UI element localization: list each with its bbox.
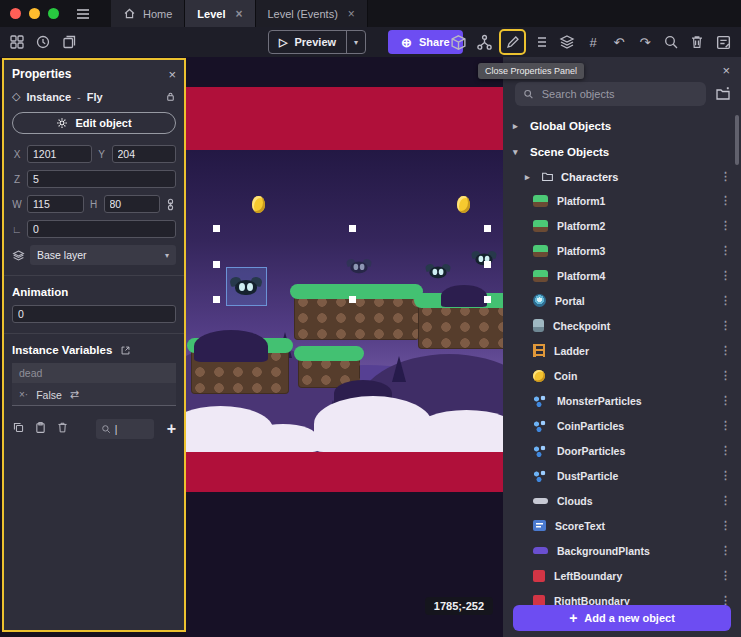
objects-list-button[interactable] — [530, 31, 552, 53]
add-variable-button[interactable]: + — [167, 421, 176, 437]
object-list-item[interactable]: MonsterParticles ⋮ — [503, 388, 741, 413]
redo-button[interactable]: ↷ — [634, 31, 656, 53]
delete-variable-button[interactable] — [56, 420, 69, 438]
open-variables-editor-button[interactable] — [120, 345, 131, 356]
object-menu-button[interactable]: ⋮ — [720, 469, 731, 482]
panel-scrollbar[interactable] — [735, 115, 739, 165]
lock-aspect-ratio-button[interactable] — [165, 198, 176, 211]
object-search-box[interactable] — [515, 82, 706, 106]
tab-level[interactable]: Level × — [185, 0, 255, 27]
close-objects-panel-icon[interactable]: × — [722, 64, 730, 77]
object-list-item[interactable]: Platform3 ⋮ — [503, 238, 741, 263]
object-list-item[interactable]: BackgroundPlants ⋮ — [503, 538, 741, 563]
z-input[interactable] — [27, 170, 176, 188]
object-menu-button[interactable]: ⋮ — [720, 569, 731, 582]
object-menu-button[interactable]: ⋮ — [720, 244, 731, 257]
tab-home[interactable]: Home — [111, 0, 185, 27]
object-menu-button[interactable]: ⋮ — [720, 444, 731, 457]
object-list-item[interactable]: Platform1 ⋮ — [503, 188, 741, 213]
object-menu-button[interactable]: ⋮ — [720, 294, 731, 307]
variable-value[interactable]: False — [36, 389, 62, 401]
object-menu-button[interactable]: ⋮ — [720, 269, 731, 282]
object-search-input[interactable] — [542, 88, 698, 100]
toggle-3d-view-button[interactable] — [447, 31, 469, 53]
variable-row[interactable]: dead ×· False ⇄ — [12, 363, 176, 406]
object-menu-button[interactable]: ⋮ — [720, 394, 731, 407]
resize-handle[interactable] — [349, 225, 356, 232]
object-list-item[interactable]: Platform2 ⋮ — [503, 213, 741, 238]
variable-name[interactable]: dead — [12, 363, 176, 383]
tab-close-icon[interactable]: × — [235, 7, 242, 21]
layers-panel-button[interactable] — [556, 31, 578, 53]
layer-select[interactable]: Base layer ▾ — [30, 245, 176, 265]
object-menu-button[interactable]: ⋮ — [720, 344, 731, 357]
object-menu-button[interactable]: ⋮ — [720, 219, 731, 232]
toggle-panels-button[interactable] — [6, 31, 28, 53]
object-list-item[interactable]: Coin ⋮ — [503, 363, 741, 388]
manual-button[interactable] — [58, 31, 80, 53]
resize-handle[interactable] — [484, 261, 491, 268]
height-input[interactable] — [104, 195, 161, 213]
object-list-item[interactable]: ScoreText ⋮ — [503, 513, 741, 538]
zoom-button[interactable] — [660, 31, 682, 53]
resize-handle[interactable] — [349, 296, 356, 303]
object-menu-button[interactable]: ⋮ — [720, 369, 731, 382]
preview-dropdown-button[interactable]: ▾ — [346, 31, 365, 53]
object-list-item[interactable]: DoorParticles ⋮ — [503, 438, 741, 463]
object-list-item[interactable]: Checkpoint ⋮ — [503, 313, 741, 338]
group-scene-objects[interactable]: ▾ Scene Objects — [503, 139, 741, 165]
edit-object-button[interactable]: Edit object — [12, 112, 176, 134]
object-menu-button[interactable]: ⋮ — [720, 194, 731, 207]
resize-handle[interactable] — [484, 296, 491, 303]
object-menu-button[interactable]: ⋮ — [720, 170, 731, 183]
platform-instance[interactable] — [418, 301, 503, 349]
selected-instance-box[interactable] — [226, 267, 267, 306]
paste-variable-button[interactable] — [34, 420, 47, 438]
object-list-item[interactable]: Platform4 ⋮ — [503, 263, 741, 288]
toggle-boolean-icon[interactable]: ⇄ — [70, 388, 79, 401]
scene-canvas[interactable]: 1785;-252 — [186, 57, 503, 637]
fullscreen-window-button[interactable] — [48, 8, 59, 19]
y-input[interactable] — [112, 145, 177, 163]
resize-handle[interactable] — [213, 261, 220, 268]
add-folder-button[interactable] — [715, 86, 731, 102]
x-input[interactable] — [27, 145, 92, 163]
instances-list-button[interactable] — [473, 31, 495, 53]
object-menu-button[interactable]: ⋮ — [720, 544, 731, 557]
folder-characters[interactable]: ▸ Characters ⋮ — [503, 165, 741, 188]
width-input[interactable] — [27, 195, 84, 213]
object-list-item[interactable]: LeftBoundary ⋮ — [503, 563, 741, 588]
selected-fly-instance[interactable] — [230, 277, 262, 296]
object-list-item[interactable]: Portal ⋮ — [503, 288, 741, 313]
resize-handle[interactable] — [213, 296, 220, 303]
object-menu-button[interactable]: ⋮ — [720, 494, 731, 507]
history-button[interactable] — [32, 31, 54, 53]
delete-button[interactable] — [686, 31, 708, 53]
copy-variable-button[interactable] — [12, 420, 25, 438]
add-new-object-button[interactable]: + Add a new object — [513, 605, 731, 631]
close-window-button[interactable] — [10, 8, 21, 19]
edit-events-button[interactable] — [712, 31, 734, 53]
close-properties-panel-button[interactable] — [502, 31, 524, 53]
angle-input[interactable] — [27, 220, 176, 238]
undo-button[interactable]: ↶ — [608, 31, 630, 53]
object-list-item[interactable]: Ladder ⋮ — [503, 338, 741, 363]
animation-input[interactable] — [12, 305, 176, 323]
object-list-item[interactable]: Clouds ⋮ — [503, 488, 741, 513]
resize-handle[interactable] — [484, 225, 491, 232]
close-panel-icon[interactable]: × — [168, 68, 176, 81]
coin-instance[interactable] — [457, 196, 470, 213]
lock-instance-button[interactable] — [165, 91, 176, 102]
minimize-window-button[interactable] — [29, 8, 40, 19]
object-menu-button[interactable]: ⋮ — [720, 419, 731, 432]
object-menu-button[interactable]: ⋮ — [720, 519, 731, 532]
object-menu-button[interactable]: ⋮ — [720, 319, 731, 332]
coin-instance[interactable] — [252, 196, 265, 213]
object-list-item[interactable]: CoinParticles ⋮ — [503, 413, 741, 438]
toggle-grid-button[interactable]: # — [582, 31, 604, 53]
tab-level-events[interactable]: Level (Events) × — [256, 0, 368, 27]
preview-button[interactable]: ▷ Preview ▾ — [268, 30, 366, 54]
tab-close-icon[interactable]: × — [348, 7, 355, 21]
group-global-objects[interactable]: ▸ Global Objects — [503, 113, 741, 139]
resize-handle[interactable] — [213, 225, 220, 232]
